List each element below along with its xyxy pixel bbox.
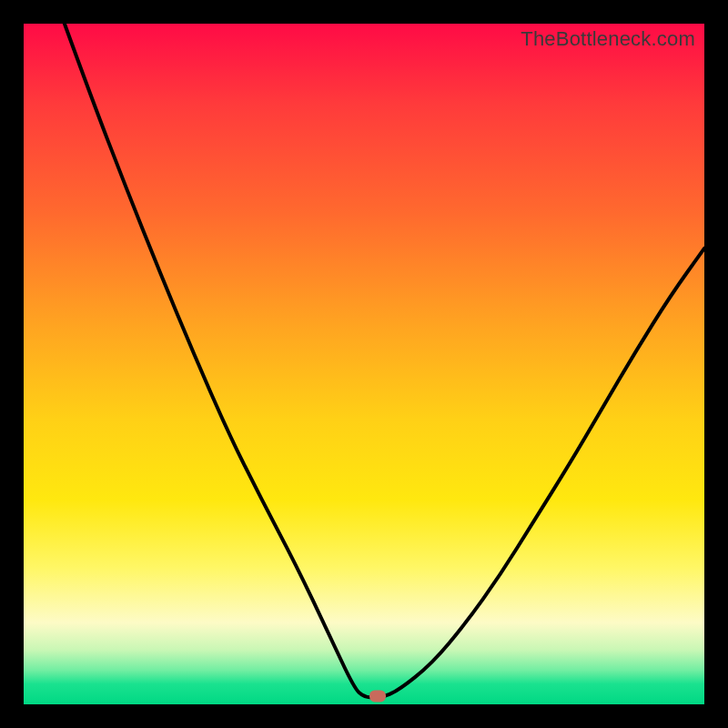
- minimum-marker: [369, 691, 386, 703]
- chart-frame: TheBottleneck.com: [0, 0, 728, 728]
- bottleneck-curve: [24, 24, 704, 704]
- plot-area: TheBottleneck.com: [24, 24, 704, 704]
